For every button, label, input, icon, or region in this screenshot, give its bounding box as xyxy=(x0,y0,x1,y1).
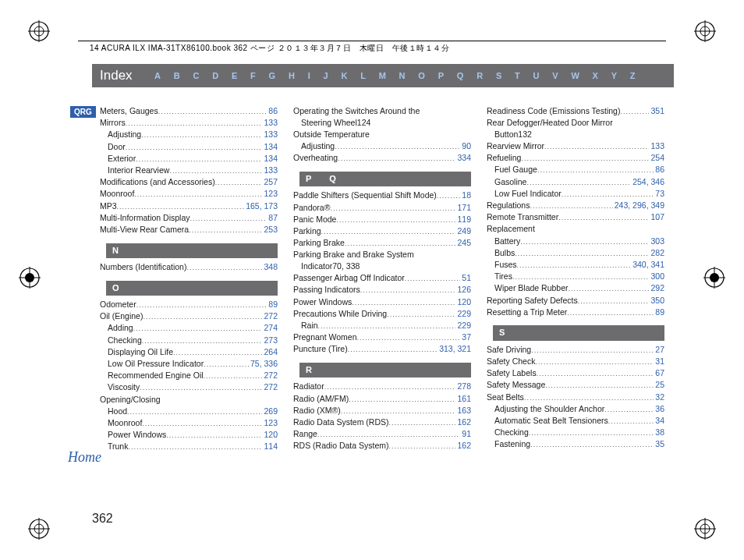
page-ref[interactable]: 91 xyxy=(460,428,471,440)
page-ref[interactable]: 313, 321 xyxy=(438,343,471,355)
page-ref[interactable]: 87 xyxy=(267,212,278,224)
page-ref[interactable]: 278 xyxy=(455,381,471,392)
page-ref[interactable]: 89 xyxy=(267,299,278,310)
page-ref[interactable]: 272 xyxy=(262,370,278,381)
page-ref[interactable]: 162 xyxy=(455,440,471,452)
alpha-link-h[interactable]: H xyxy=(289,71,295,80)
page-ref[interactable]: 340, 341 xyxy=(631,259,664,271)
page-ref[interactable]: 133 xyxy=(262,129,278,140)
page-ref[interactable]: 249 xyxy=(455,225,471,237)
page-ref[interactable]: 18 xyxy=(460,190,471,201)
alpha-link-j[interactable]: J xyxy=(323,71,328,80)
page-ref[interactable]: 27 xyxy=(654,344,664,356)
alpha-link-s[interactable]: S xyxy=(496,71,501,80)
page-ref[interactable]: 34 xyxy=(654,415,664,427)
page-ref[interactable]: 273 xyxy=(262,335,278,346)
page-ref[interactable]: 134 xyxy=(262,153,278,165)
page-ref[interactable]: 119 xyxy=(455,214,471,225)
page-ref[interactable]: 114 xyxy=(262,441,278,452)
alpha-link-t[interactable]: T xyxy=(515,71,520,80)
page-ref[interactable]: 134 xyxy=(262,141,278,153)
page-ref[interactable]: 245 xyxy=(455,237,471,249)
page-ref[interactable]: 165, 173 xyxy=(244,200,278,212)
page-ref[interactable]: 282 xyxy=(649,247,664,259)
entry-label: Precautions While Driving xyxy=(293,308,387,320)
alpha-link-o[interactable]: O xyxy=(418,71,425,80)
page-ref[interactable]: 32 xyxy=(654,392,664,403)
page-ref[interactable]: 274 xyxy=(262,322,278,334)
page-ref[interactable]: 67 xyxy=(654,367,664,379)
alpha-link-u[interactable]: U xyxy=(533,71,540,80)
page-ref[interactable]: 351 xyxy=(649,105,664,117)
alpha-link-i[interactable]: I xyxy=(308,71,310,80)
page-ref[interactable]: 272 xyxy=(262,381,278,393)
alpha-link-m[interactable]: M xyxy=(379,71,386,80)
page-ref[interactable]: 253 xyxy=(262,224,278,236)
page-ref[interactable]: 86 xyxy=(654,164,664,175)
page-ref[interactable]: 254 xyxy=(649,152,664,164)
page-ref[interactable]: 264 xyxy=(262,346,278,358)
page-ref[interactable]: 51 xyxy=(460,272,471,284)
alpha-link-r[interactable]: R xyxy=(477,71,483,80)
page-ref[interactable]: 25 xyxy=(654,379,664,391)
page-ref[interactable]: 75, 336 xyxy=(249,358,278,370)
page-ref[interactable]: 36 xyxy=(654,403,664,415)
alpha-link-c[interactable]: C xyxy=(193,71,199,80)
page-ref[interactable]: 348 xyxy=(262,261,278,273)
page-ref[interactable]: 126 xyxy=(455,284,471,296)
page-ref[interactable]: 163 xyxy=(455,405,471,416)
page-ref[interactable]: 292 xyxy=(649,282,664,294)
alpha-link-q[interactable]: Q xyxy=(457,71,464,80)
alpha-link-l[interactable]: L xyxy=(360,71,366,80)
page-ref[interactable]: 243, 296, 349 xyxy=(613,200,664,211)
page-ref[interactable]: 269 xyxy=(262,406,278,417)
page-ref[interactable]: 124 xyxy=(357,117,371,129)
page-ref[interactable]: 86 xyxy=(267,105,278,117)
page-ref[interactable]: 120 xyxy=(455,296,471,308)
alpha-link-d[interactable]: D xyxy=(212,71,218,80)
page-ref[interactable]: 334 xyxy=(455,152,471,164)
page-ref[interactable]: 90 xyxy=(460,140,471,152)
page-ref[interactable]: 254, 346 xyxy=(631,176,664,188)
page-ref[interactable]: 133 xyxy=(262,117,278,129)
page-ref[interactable]: 272 xyxy=(262,310,278,322)
alpha-link-e[interactable]: E xyxy=(232,71,237,80)
page-ref[interactable]: 303 xyxy=(649,236,664,247)
alpha-link-b[interactable]: B xyxy=(174,71,180,80)
page-ref[interactable]: 37 xyxy=(460,331,471,343)
qrg-badge[interactable]: QRG xyxy=(70,106,96,118)
alpha-link-v[interactable]: V xyxy=(552,71,558,80)
alpha-link-x[interactable]: X xyxy=(593,71,598,80)
page-ref[interactable]: 132 xyxy=(518,129,532,140)
alpha-link-p[interactable]: P xyxy=(438,71,444,80)
page-ref[interactable]: 38 xyxy=(654,427,664,438)
page-ref[interactable]: 300 xyxy=(649,271,664,282)
alpha-link-n[interactable]: N xyxy=(399,71,406,80)
page-ref[interactable]: 123 xyxy=(262,188,278,200)
page-ref[interactable]: 229 xyxy=(455,320,471,331)
page-ref[interactable]: 70, 338 xyxy=(332,261,360,272)
page-ref[interactable]: 133 xyxy=(649,140,664,152)
alpha-link-a[interactable]: A xyxy=(154,71,161,80)
page-ref[interactable]: 120 xyxy=(262,429,278,441)
page-ref[interactable]: 123 xyxy=(262,417,278,429)
page-ref[interactable]: 229 xyxy=(455,308,471,320)
page-ref[interactable]: 171 xyxy=(455,202,471,214)
page-ref[interactable]: 89 xyxy=(654,307,664,318)
page-ref[interactable]: 35 xyxy=(654,438,664,450)
page-ref[interactable]: 73 xyxy=(654,188,664,200)
page-ref[interactable]: 161 xyxy=(455,393,471,405)
home-link[interactable]: Home xyxy=(68,449,101,466)
page-ref[interactable]: 257 xyxy=(262,176,278,188)
page-ref[interactable]: 31 xyxy=(654,356,664,367)
alpha-link-g[interactable]: G xyxy=(269,71,276,80)
alpha-link-z[interactable]: Z xyxy=(630,71,636,80)
alpha-link-f[interactable]: F xyxy=(250,71,256,80)
page-ref[interactable]: 107 xyxy=(649,211,664,223)
page-ref[interactable]: 162 xyxy=(455,416,471,428)
alpha-link-k[interactable]: K xyxy=(341,71,347,80)
page-ref[interactable]: 350 xyxy=(649,295,664,307)
page-ref[interactable]: 133 xyxy=(262,165,278,176)
alpha-link-w[interactable]: W xyxy=(571,71,579,80)
alpha-link-y[interactable]: Y xyxy=(611,71,617,80)
